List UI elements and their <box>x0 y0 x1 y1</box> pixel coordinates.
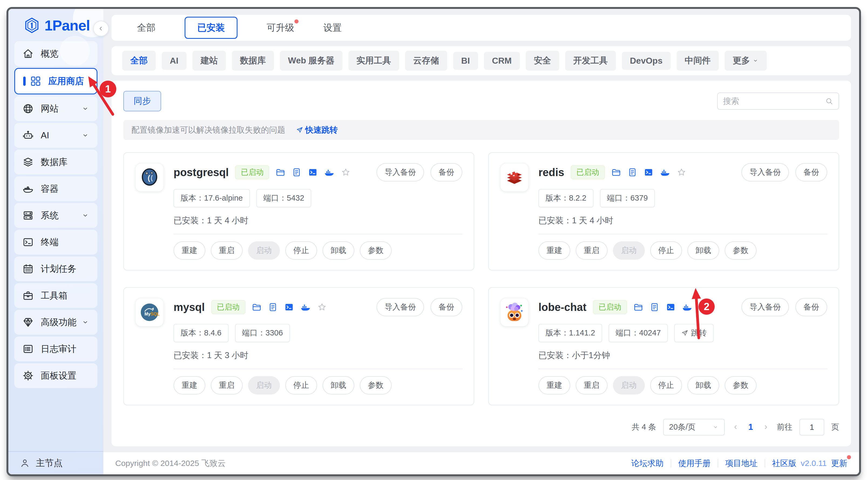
sidebar-item-panel-settings[interactable]: 面板设置 <box>14 363 97 388</box>
rebuild-button[interactable]: 重建 <box>538 241 570 260</box>
category-chip-middleware[interactable]: 中间件 <box>677 51 719 71</box>
stop-button[interactable]: 停止 <box>650 376 682 395</box>
docker-whale-icon[interactable] <box>324 167 334 177</box>
category-chip-webserver[interactable]: Web 服务器 <box>280 51 342 71</box>
quick-jump-link[interactable]: 快速跳转 <box>296 125 338 136</box>
user-manual-link[interactable]: 使用手册 <box>678 458 711 469</box>
prev-page-button[interactable] <box>732 423 740 431</box>
import-backup-button[interactable]: 导入备份 <box>741 163 789 181</box>
terminal-icon[interactable] <box>284 302 294 312</box>
detail-doc-icon[interactable] <box>292 167 302 177</box>
sidebar-item-toolbox[interactable]: 工具箱 <box>14 283 97 308</box>
category-chip-devops[interactable]: DevOps <box>622 52 671 70</box>
stop-button[interactable]: 停止 <box>650 241 682 260</box>
sidebar-item-system[interactable]: 系统 <box>14 203 97 228</box>
sidebar-item-website[interactable]: 网站 <box>14 96 97 121</box>
sync-button[interactable]: 同步 <box>123 91 161 111</box>
restart-button[interactable]: 重启 <box>576 241 608 260</box>
page-size-select[interactable]: 20条/页 <box>663 419 725 436</box>
tab-all[interactable]: 全部 <box>137 22 155 34</box>
tab-upgradable[interactable]: 可升级 <box>267 22 294 34</box>
tab-settings[interactable]: 设置 <box>323 22 342 34</box>
category-chip-database[interactable]: 数据库 <box>232 51 274 71</box>
category-chip-cloudstorage[interactable]: 云存储 <box>405 51 447 71</box>
folder-icon[interactable] <box>611 167 621 177</box>
uninstall-button[interactable]: 卸载 <box>322 376 354 395</box>
edition-link[interactable]: 社区版 <box>772 458 797 469</box>
category-chip-website[interactable]: 建站 <box>192 51 226 71</box>
category-chip-bi[interactable]: BI <box>453 52 478 70</box>
rebuild-button[interactable]: 重建 <box>174 376 206 395</box>
backup-button[interactable]: 备份 <box>431 163 462 181</box>
favorite-star-icon[interactable] <box>699 302 709 312</box>
params-button[interactable]: 参数 <box>725 241 756 260</box>
current-page[interactable]: 1 <box>747 422 755 432</box>
sidebar-item-log-audit[interactable]: 日志审计 <box>14 337 97 362</box>
rebuild-button[interactable]: 重建 <box>538 376 570 395</box>
docker-whale-icon[interactable] <box>682 302 692 312</box>
category-chip-crm[interactable]: CRM <box>484 52 520 70</box>
goto-page-input[interactable] <box>800 419 824 436</box>
project-repo-link[interactable]: 项目地址 <box>725 458 757 469</box>
category-chip-more[interactable]: 更多 <box>725 51 767 71</box>
detail-doc-icon[interactable] <box>650 302 659 312</box>
update-link[interactable]: 更新 <box>831 458 847 469</box>
backup-button[interactable]: 备份 <box>431 298 462 316</box>
category-chip-ai[interactable]: AI <box>162 52 186 70</box>
sidebar-collapse-button[interactable] <box>93 21 109 36</box>
forum-help-link[interactable]: 论坛求助 <box>631 458 664 469</box>
uninstall-button[interactable]: 卸载 <box>322 241 354 260</box>
stop-button[interactable]: 停止 <box>285 241 317 260</box>
app-logo[interactable]: 1Panel <box>24 17 103 34</box>
backup-button[interactable]: 备份 <box>796 298 827 316</box>
search-input[interactable] <box>723 97 822 106</box>
category-chip-security[interactable]: 安全 <box>526 51 559 71</box>
next-page-button[interactable] <box>762 423 770 431</box>
uninstall-button[interactable]: 卸载 <box>687 241 719 260</box>
tab-installed[interactable]: 已安装 <box>185 17 238 39</box>
favorite-star-icon[interactable] <box>317 302 327 312</box>
backup-button[interactable]: 备份 <box>796 163 827 181</box>
sidebar-item-advanced[interactable]: 高级功能 <box>14 310 97 335</box>
category-chip-tools[interactable]: 实用工具 <box>348 51 399 71</box>
terminal-icon[interactable] <box>644 167 653 177</box>
sidebar-item-container[interactable]: 容器 <box>14 176 97 201</box>
sidebar-item-cronjob[interactable]: 计划任务 <box>14 256 97 281</box>
sidebar-node-switcher[interactable]: 主节点 <box>8 451 103 474</box>
category-chip-all[interactable]: 全部 <box>122 51 156 71</box>
import-backup-button[interactable]: 导入备份 <box>376 163 424 181</box>
import-backup-button[interactable]: 导入备份 <box>741 298 789 316</box>
sidebar-item-app-store[interactable]: 应用商店 <box>14 68 97 94</box>
node-label: 主节点 <box>36 457 63 469</box>
restart-button[interactable]: 重启 <box>211 376 243 395</box>
params-button[interactable]: 参数 <box>360 241 392 260</box>
docker-whale-icon[interactable] <box>301 302 311 312</box>
folder-icon[interactable] <box>276 167 285 177</box>
params-button[interactable]: 参数 <box>725 376 756 395</box>
folder-icon[interactable] <box>633 302 643 312</box>
sidebar-item-database[interactable]: 数据库 <box>14 150 97 174</box>
chevron-down-icon <box>752 58 759 64</box>
import-backup-button[interactable]: 导入备份 <box>376 298 424 316</box>
uninstall-button[interactable]: 卸载 <box>687 376 719 395</box>
favorite-star-icon[interactable] <box>677 167 686 177</box>
logo-text: 1Panel <box>44 17 90 34</box>
start-button: 启动 <box>613 376 645 395</box>
docker-whale-icon[interactable] <box>660 167 670 177</box>
category-chip-devtools[interactable]: 开发工具 <box>565 51 616 71</box>
restart-button[interactable]: 重启 <box>576 376 608 395</box>
favorite-star-icon[interactable] <box>341 167 350 177</box>
detail-doc-icon[interactable] <box>268 302 278 312</box>
stop-button[interactable]: 停止 <box>285 376 317 395</box>
sidebar-item-ai[interactable]: AI <box>14 123 97 148</box>
jump-to-app-button[interactable]: 跳转 <box>674 324 714 342</box>
terminal-icon[interactable] <box>308 167 318 177</box>
params-button[interactable]: 参数 <box>360 376 392 395</box>
sidebar-item-overview[interactable]: 概览 <box>14 41 97 66</box>
restart-button[interactable]: 重启 <box>211 241 243 260</box>
detail-doc-icon[interactable] <box>627 167 637 177</box>
terminal-icon[interactable] <box>666 302 676 312</box>
folder-icon[interactable] <box>252 302 261 312</box>
rebuild-button[interactable]: 重建 <box>174 241 206 260</box>
sidebar-item-terminal[interactable]: 终端 <box>14 230 97 254</box>
